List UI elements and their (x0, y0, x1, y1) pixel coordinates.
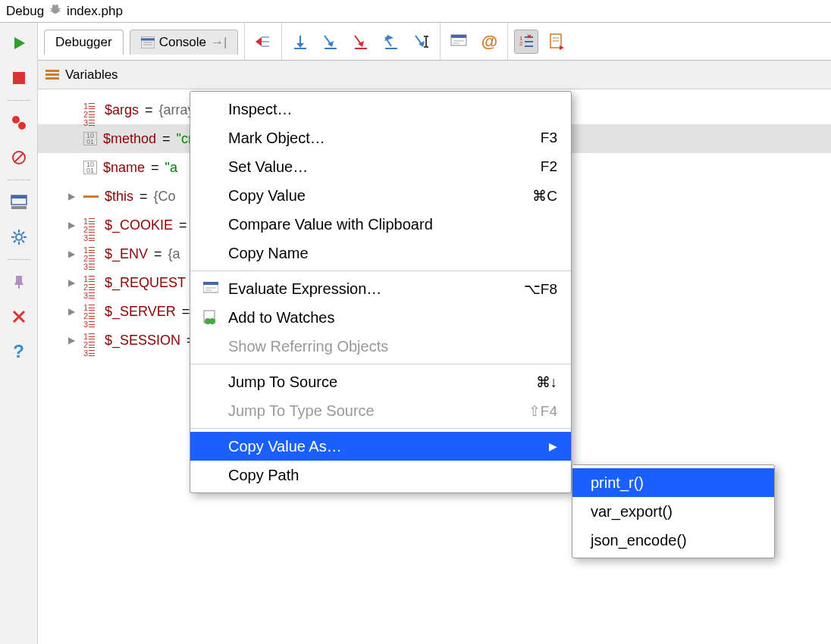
var-name: $this (105, 189, 133, 205)
svg-rect-15 (11, 206, 27, 209)
svg-marker-37 (296, 43, 304, 48)
expand-icon[interactable]: ▶ (68, 277, 79, 288)
svg-marker-32 (256, 37, 262, 46)
variables-list: 1☰2☰3☰$args = {array} [0]1001$method = "… (38, 89, 831, 644)
var-name: $name (103, 160, 145, 176)
array-icon: 1☰2☰3☰ (83, 217, 99, 233)
expand-icon[interactable]: ▶ (68, 249, 79, 259)
step-into-icon[interactable] (318, 30, 343, 54)
menu-set-value[interactable]: Set Value…F2 (190, 152, 571, 181)
array-icon: 1☰2☰3☰ (83, 304, 99, 319)
svg-point-0 (52, 6, 59, 14)
settings-icon[interactable] (6, 224, 32, 250)
force-step-into-icon[interactable] (349, 30, 373, 54)
file-name: index.php (67, 4, 123, 19)
menu-copy-value[interactable]: Copy Value⌘C (190, 181, 571, 210)
expand-icon[interactable]: ▶ (68, 191, 79, 202)
svg-marker-61 (560, 45, 564, 50)
step-over-icon[interactable] (288, 30, 312, 54)
console-arrow-icon: →| (211, 35, 227, 50)
object-icon (83, 189, 99, 204)
debug-toolbar: ? (0, 23, 38, 644)
svg-line-23 (14, 240, 16, 242)
mute-breakpoints-icon[interactable] (6, 145, 32, 170)
watches-icon (202, 309, 219, 326)
array-icon: 1☰2☰3☰ (83, 275, 99, 290)
at-icon[interactable]: @ (477, 30, 501, 54)
console-icon (141, 36, 155, 48)
var-name: $args (105, 102, 139, 118)
expand-icon[interactable]: ▶ (68, 335, 79, 345)
variables-icon (45, 68, 59, 81)
svg-marker-7 (14, 37, 25, 49)
array-icon: 1☰2☰3☰ (83, 102, 99, 117)
variables-panel-header: Variables (38, 61, 831, 89)
show-exec-point-icon[interactable] (251, 30, 275, 54)
menu-jump-to-source[interactable]: Jump To Source⌘↓ (190, 367, 571, 396)
debug-tabs: Debugger Console →| @ 12 (38, 23, 831, 61)
var-name: $_COOKIE (105, 217, 173, 233)
stop-icon[interactable] (6, 65, 32, 91)
menu-copy-value-as[interactable]: Copy Value As…▶ (190, 432, 571, 461)
evaluate-icon (202, 280, 219, 297)
menu-show-referring-objects: Show Referring Objects (190, 332, 571, 361)
menu-mark-object[interactable]: Mark Object…F3 (190, 123, 571, 152)
resume-icon[interactable] (6, 30, 32, 56)
var-name: $_SERVER (105, 304, 176, 320)
evaluate-expr-icon[interactable] (447, 30, 471, 54)
var-name: $_ENV (105, 246, 148, 262)
submenu-print-r[interactable]: print_r() (572, 468, 774, 497)
svg-point-2 (55, 5, 58, 8)
variables-title: Variables (65, 67, 118, 83)
svg-point-10 (18, 122, 26, 130)
bug-icon (49, 2, 62, 20)
tab-debugger[interactable]: Debugger (44, 30, 124, 55)
window-titlebar: Debug index.php (0, 0, 831, 23)
submenu-arrow-icon: ▶ (549, 440, 557, 452)
svg-line-21 (14, 232, 16, 234)
submenu-json-encode[interactable]: json_encode() (572, 526, 774, 555)
copy-value-as-submenu: print_r() var_export() json_encode() (572, 464, 775, 558)
svg-rect-14 (11, 195, 27, 199)
help-icon[interactable]: ? (6, 339, 32, 364)
binary-icon: 1001 (83, 161, 97, 174)
context-menu: Inspect… Mark Object…F3 Set Value…F2 Cop… (190, 91, 572, 493)
svg-point-9 (12, 116, 20, 123)
submenu-var-export[interactable]: var_export() (572, 497, 774, 526)
svg-point-68 (209, 318, 215, 324)
step-out-icon[interactable] (379, 30, 403, 54)
debug-label: Debug (6, 4, 44, 19)
watches-icon[interactable] (544, 30, 569, 54)
run-to-cursor-icon[interactable] (409, 30, 434, 54)
svg-rect-8 (13, 72, 25, 84)
svg-text:2: 2 (519, 40, 523, 47)
expand-icon[interactable]: ▶ (68, 306, 79, 317)
pin-icon[interactable] (6, 269, 32, 295)
menu-evaluate-expression[interactable]: Evaluate Expression…⌥F8 (190, 274, 571, 303)
svg-rect-50 (451, 35, 466, 38)
array-icon: 1☰2☰3☰ (83, 246, 99, 261)
svg-line-24 (22, 232, 24, 234)
svg-point-16 (16, 234, 22, 240)
menu-copy-path[interactable]: Copy Path (190, 461, 571, 489)
sort-icon[interactable]: 12 (514, 30, 538, 54)
var-name: $method (103, 131, 156, 147)
tab-console[interactable]: Console →| (130, 30, 239, 55)
layout-icon[interactable] (6, 189, 32, 215)
var-name: $_REQUEST (105, 275, 186, 291)
var-name: $_SESSION (105, 333, 180, 349)
menu-copy-name[interactable]: Copy Name (190, 239, 571, 267)
menu-compare-clipboard[interactable]: Compare Value with Clipboard (190, 210, 571, 239)
expand-icon[interactable]: ▶ (68, 220, 79, 230)
svg-line-12 (14, 153, 24, 162)
menu-inspect[interactable]: Inspect… (190, 95, 571, 123)
close-icon[interactable] (6, 304, 32, 330)
array-icon: 1☰2☰3☰ (83, 333, 99, 348)
menu-jump-to-type-source: Jump To Type Source⇧F4 (190, 396, 571, 425)
svg-point-1 (52, 5, 55, 8)
breakpoints-icon[interactable] (6, 110, 32, 136)
binary-icon: 1001 (83, 132, 97, 145)
menu-add-to-watches[interactable]: Add to Watches (190, 303, 571, 332)
svg-line-22 (22, 240, 24, 242)
svg-rect-63 (203, 282, 218, 285)
